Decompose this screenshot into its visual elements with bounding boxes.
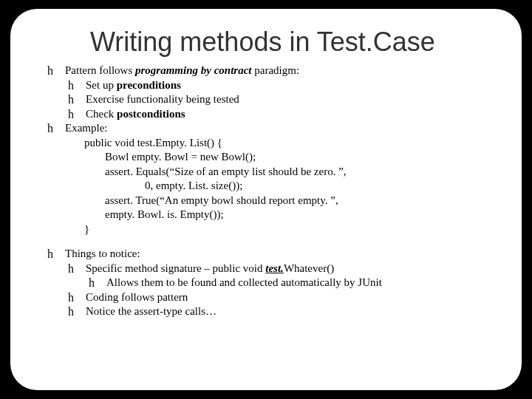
bullet-text: Set up preconditions bbox=[86, 78, 499, 93]
text: Specific method signature – public void bbox=[86, 262, 265, 274]
bullet-icon: h bbox=[68, 304, 86, 318]
bullet-icon: h bbox=[68, 92, 86, 106]
slide: Writing methods in Test.Case h Pattern f… bbox=[10, 9, 522, 390]
bullet-item: h Notice the assert-type calls… bbox=[68, 304, 499, 319]
bullet-text: Things to notice: bbox=[65, 247, 499, 262]
bullet-icon: h bbox=[68, 107, 86, 121]
code-line: } bbox=[84, 222, 499, 237]
bullet-icon: h bbox=[47, 247, 65, 261]
bullet-icon: h bbox=[47, 121, 65, 135]
bullet-icon: h bbox=[68, 262, 86, 276]
code-line: public void test.Empty. List() { bbox=[84, 136, 499, 151]
code-line: assert. Equals(“Size of an empty list sh… bbox=[105, 165, 499, 180]
bullet-text: Pattern follows programming by contract … bbox=[65, 64, 499, 78]
slide-content: h Pattern follows programming by contrac… bbox=[47, 64, 499, 319]
bullet-text: Notice the assert-type calls… bbox=[86, 304, 499, 319]
bullet-item: h Coding follows pattern bbox=[68, 290, 499, 305]
text: Pattern follows bbox=[65, 64, 135, 76]
bullet-icon: h bbox=[68, 78, 86, 92]
bullet-item: h Example: bbox=[47, 121, 499, 136]
bullet-item: h Set up preconditions bbox=[68, 78, 499, 93]
text: test. bbox=[265, 262, 284, 274]
bullet-item: h Pattern follows programming by contrac… bbox=[47, 64, 499, 78]
text: preconditions bbox=[117, 79, 181, 91]
bullet-text: Check postconditions bbox=[86, 107, 499, 122]
bullet-icon: h bbox=[68, 290, 86, 304]
text: Whatever() bbox=[284, 262, 334, 274]
slide-title: Writing methods in Test.Case bbox=[90, 27, 499, 58]
code-line: 0, empty. List. size()); bbox=[145, 179, 499, 194]
bullet-icon: h bbox=[89, 276, 106, 290]
bullet-icon: h bbox=[47, 64, 65, 78]
bullet-item: h Specific method signature – public voi… bbox=[68, 262, 499, 276]
bullet-text: Example: bbox=[65, 121, 499, 136]
bullet-text: Allows them to be found and collected au… bbox=[106, 276, 499, 290]
spacer bbox=[47, 236, 499, 247]
bullet-text: Specific method signature – public void … bbox=[86, 262, 499, 276]
bullet-item: h Allows them to be found and collected … bbox=[89, 276, 499, 290]
text: programming by contract bbox=[135, 64, 252, 76]
code-block: public void test.Empty. List() { Bowl em… bbox=[84, 136, 499, 237]
bullet-text: Coding follows pattern bbox=[86, 290, 499, 305]
text: Check bbox=[86, 108, 117, 120]
text: paradigm: bbox=[252, 64, 300, 76]
code-line: assert. True(“An empty bowl should repor… bbox=[105, 194, 499, 208]
text: postconditions bbox=[117, 108, 185, 120]
text: Set up bbox=[86, 79, 117, 91]
bullet-item: h Check postconditions bbox=[68, 107, 499, 122]
code-line: empty. Bowl. is. Empty()); bbox=[105, 208, 499, 222]
bullet-item: h Exercise functionality being tested bbox=[68, 92, 499, 107]
bullet-text: Exercise functionality being tested bbox=[86, 92, 499, 107]
bullet-item: h Things to notice: bbox=[47, 247, 499, 262]
code-line: Bowl empty. Bowl = new Bowl(); bbox=[105, 150, 499, 165]
